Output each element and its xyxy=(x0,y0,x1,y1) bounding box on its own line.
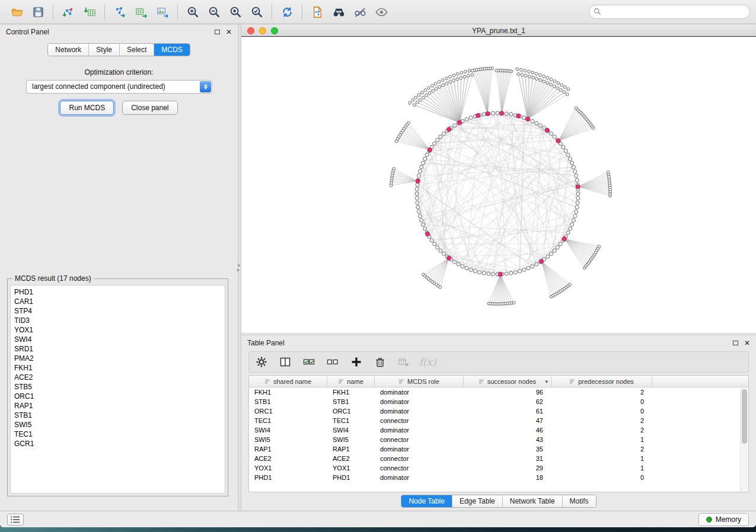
column-header-name[interactable]: name xyxy=(327,376,375,387)
float-panel-icon[interactable] xyxy=(215,30,220,34)
criterion-select[interactable]: largest connected component (undirected) xyxy=(26,80,212,94)
tab-edge-table[interactable]: Edge Table xyxy=(452,495,502,507)
mcds-result-item[interactable]: ORC1 xyxy=(14,392,221,401)
close-panel-icon[interactable]: ✕ xyxy=(226,28,232,36)
panel-menu-button[interactable] xyxy=(7,514,24,525)
table-row[interactable]: FKH1FKH1dominator962 xyxy=(249,387,748,397)
table-cell xyxy=(652,463,748,473)
table-toolbar: f(x) xyxy=(248,351,749,373)
table-cell: connector xyxy=(375,416,464,425)
deselect-all-rows-button[interactable] xyxy=(325,354,340,370)
add-column-button[interactable] xyxy=(349,354,364,370)
table-row[interactable]: RAP1RAP1dominator352 xyxy=(249,444,748,454)
export-network-icon xyxy=(113,5,127,19)
export-image-button[interactable] xyxy=(152,2,173,21)
columns-icon xyxy=(279,356,291,368)
share-document-button[interactable] xyxy=(307,2,328,21)
mcds-result-item[interactable]: TID3 xyxy=(14,316,221,325)
memory-button[interactable]: Memory xyxy=(698,513,749,526)
table-cell: 47 xyxy=(464,416,551,425)
table-row[interactable]: SWI5SWI5connector431 xyxy=(249,435,748,444)
table-row[interactable]: YOX1YOX1connector291 xyxy=(249,463,748,473)
apply-layout-button[interactable] xyxy=(276,2,298,21)
memory-label: Memory xyxy=(716,515,741,524)
table-scrollbar[interactable] xyxy=(740,388,748,491)
open-session-button[interactable] xyxy=(6,2,27,21)
mcds-result-item[interactable]: PHD1 xyxy=(14,287,221,297)
show-columns-button[interactable] xyxy=(277,354,293,370)
table-row[interactable]: TEC1TEC1connector472 xyxy=(249,416,748,425)
tab-network[interactable]: Network xyxy=(48,44,88,56)
mcds-result-item[interactable]: FKH1 xyxy=(14,363,221,373)
column-header-predecessor-nodes[interactable]: predecessor nodes xyxy=(551,376,652,387)
zoom-out-button[interactable] xyxy=(203,2,225,21)
mcds-result-item[interactable]: STP4 xyxy=(14,306,221,316)
table-cell: 18 xyxy=(464,473,551,482)
tab-node-table[interactable]: Node Table xyxy=(401,495,452,507)
run-mcds-button[interactable]: Run MCDS xyxy=(60,101,114,115)
mcds-result-item[interactable]: SRD1 xyxy=(14,344,221,354)
zoom-in-icon xyxy=(186,5,200,19)
toolbar-separator xyxy=(53,4,53,20)
table-row[interactable]: PHD1PHD1dominator180 xyxy=(249,473,748,482)
mcds-result-item[interactable]: YOX1 xyxy=(14,325,221,335)
delete-column-button[interactable] xyxy=(372,354,388,370)
float-table-panel-icon[interactable] xyxy=(733,341,738,345)
table-cell xyxy=(652,416,748,425)
select-all-rows-button[interactable] xyxy=(301,354,317,370)
close-table-panel-icon[interactable]: ✕ xyxy=(744,339,750,347)
column-header-shared-name[interactable]: shared name xyxy=(249,376,327,387)
table-cell: connector xyxy=(375,435,464,444)
scrollbar-thumb[interactable] xyxy=(742,389,747,444)
table-row[interactable]: ACE2ACE2connector311 xyxy=(249,454,748,463)
table-row[interactable]: STB1STB1dominator620 xyxy=(249,397,748,406)
export-table-button[interactable] xyxy=(130,2,152,21)
zoom-fit-button[interactable] xyxy=(225,2,246,21)
mcds-result-item[interactable]: STB5 xyxy=(14,382,221,392)
mcds-result-item[interactable]: CAR1 xyxy=(14,297,221,306)
tab-motifs[interactable]: Motifs xyxy=(562,495,596,507)
tab-network-table[interactable]: Network Table xyxy=(502,495,562,507)
export-table-icon xyxy=(135,5,148,19)
sort-dropdown-icon[interactable]: ▾ xyxy=(545,379,548,384)
table-cell: YOX1 xyxy=(327,463,375,473)
zoom-in-button[interactable] xyxy=(182,2,203,21)
table-row[interactable]: SWI4SWI4dominator462 xyxy=(249,425,748,435)
mcds-result-item[interactable]: PMA2 xyxy=(14,354,221,363)
close-panel-button[interactable]: Close panel xyxy=(122,101,177,115)
delete-table-button[interactable] xyxy=(396,354,412,370)
toolbar-separator xyxy=(104,4,105,20)
mcds-result-item[interactable]: TEC1 xyxy=(14,430,221,439)
table-cell: SWI5 xyxy=(249,435,327,444)
import-network-button[interactable] xyxy=(58,2,79,21)
zoom-selected-button[interactable] xyxy=(246,2,267,21)
table-settings-button[interactable] xyxy=(254,354,269,370)
column-header-successor-nodes[interactable]: successor nodes▾ xyxy=(464,376,551,387)
tab-select[interactable]: Select xyxy=(119,44,154,56)
show-details-button[interactable] xyxy=(371,2,392,21)
table-cell: 96 xyxy=(464,387,551,397)
network-canvas[interactable] xyxy=(241,37,756,333)
import-table-button[interactable] xyxy=(79,2,100,21)
hide-details-button[interactable] xyxy=(349,2,371,21)
mcds-result-item[interactable]: SWI5 xyxy=(14,420,221,430)
zoom-selected-icon xyxy=(250,5,264,19)
find-button[interactable] xyxy=(328,2,349,21)
table-row[interactable]: ORC1ORC1dominator610 xyxy=(249,406,748,416)
mcds-result-item[interactable]: SWI4 xyxy=(14,335,221,344)
save-session-button[interactable] xyxy=(27,2,49,21)
mcds-result-item[interactable]: RAP1 xyxy=(14,401,221,411)
import-table-icon xyxy=(83,5,97,19)
tab-style[interactable]: Style xyxy=(88,44,119,56)
function-builder-button[interactable]: f(x) xyxy=(420,354,435,370)
search-input[interactable] xyxy=(589,5,750,19)
mcds-result-item[interactable]: ACE2 xyxy=(14,373,221,382)
mcds-result-item[interactable]: STB1 xyxy=(14,411,221,420)
mcds-result-list[interactable]: PHD1CAR1STP4TID3YOX1SWI4SRD1PMA2FKH1ACE2… xyxy=(10,285,225,493)
export-network-button[interactable] xyxy=(109,2,130,21)
tab-mcds[interactable]: MCDS xyxy=(154,44,189,56)
mcds-result-item[interactable]: GCR1 xyxy=(14,439,221,448)
table-cell: 0 xyxy=(551,473,652,482)
column-header-mcds-role[interactable]: MCDS role xyxy=(375,376,464,387)
table-cell: 62 xyxy=(464,397,551,406)
